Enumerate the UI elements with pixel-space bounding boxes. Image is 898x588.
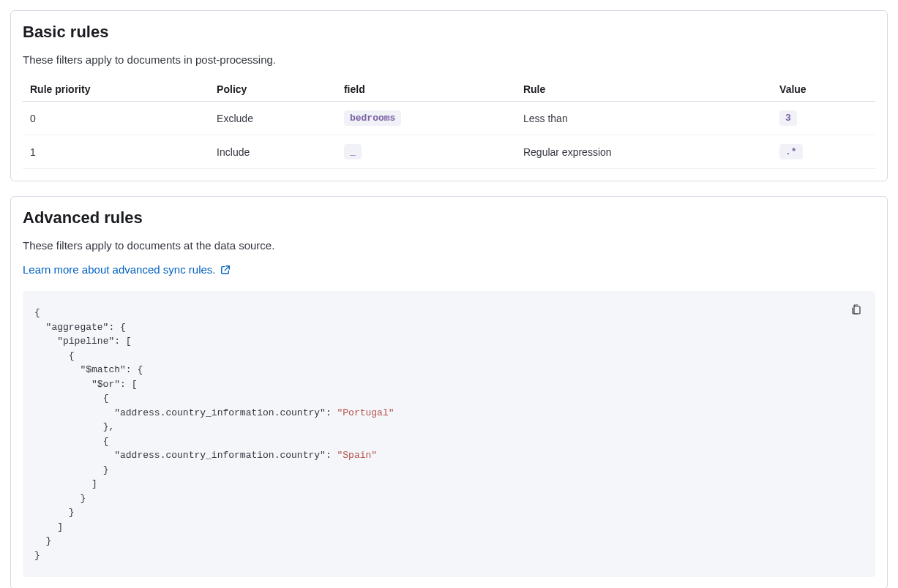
cell-value: 3	[772, 102, 875, 135]
basic-rules-table: Rule priority Policy field Rule Value 0 …	[23, 78, 875, 169]
learn-more-text: Learn more about advanced sync rules.	[23, 263, 216, 276]
cell-field: bedrooms	[337, 102, 516, 135]
code-content: { "aggregate": { "pipeline": [ { "$match…	[34, 306, 864, 562]
value-chip: .*	[779, 144, 803, 159]
learn-more-link[interactable]: Learn more about advanced sync rules.	[23, 263, 231, 276]
col-policy: Policy	[209, 78, 337, 102]
advanced-code-block: { "aggregate": { "pipeline": [ { "$match…	[23, 291, 875, 577]
cell-policy: Exclude	[209, 102, 337, 135]
value-chip: 3	[779, 110, 797, 126]
cell-priority: 0	[23, 102, 209, 135]
col-priority: Rule priority	[23, 78, 209, 102]
advanced-rules-description: These filters apply to documents at the …	[23, 239, 875, 252]
advanced-rules-title: Advanced rules	[23, 208, 875, 227]
basic-rules-title: Basic rules	[23, 23, 875, 42]
col-value: Value	[772, 78, 875, 102]
cell-field: _	[337, 135, 516, 169]
advanced-rules-panel: Advanced rules These filters apply to do…	[10, 196, 888, 588]
col-rule: Rule	[516, 78, 772, 102]
external-link-icon	[220, 265, 231, 275]
table-row: 1 Include _ Regular expression .*	[23, 135, 875, 169]
table-row: 0 Exclude bedrooms Less than 3	[23, 102, 875, 135]
cell-value: .*	[772, 135, 875, 169]
field-chip: _	[344, 144, 362, 159]
field-chip: bedrooms	[344, 110, 401, 126]
basic-rules-description: These filters apply to documents in post…	[23, 53, 875, 66]
col-field: field	[337, 78, 516, 102]
copy-button[interactable]	[846, 300, 867, 320]
clipboard-icon	[850, 304, 862, 317]
basic-rules-panel: Basic rules These filters apply to docum…	[10, 10, 888, 181]
cell-rule: Regular expression	[516, 135, 772, 169]
cell-policy: Include	[209, 135, 337, 169]
cell-rule: Less than	[516, 102, 772, 135]
cell-priority: 1	[23, 135, 209, 169]
svg-rect-0	[854, 306, 860, 314]
